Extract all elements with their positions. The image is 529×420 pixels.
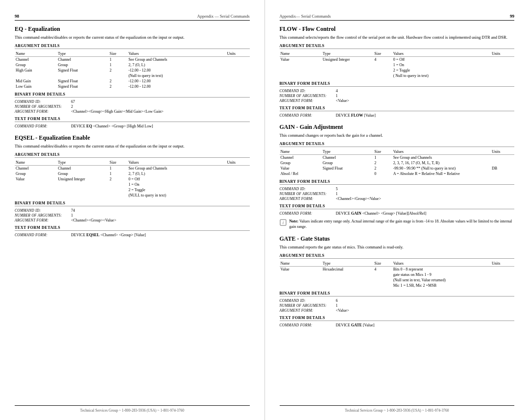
th-name: Name (280, 261, 322, 267)
gain-title: GAIN - Gain Adjustment (280, 124, 515, 131)
th-values: Values (392, 51, 491, 57)
left-page-number: 98 (15, 14, 19, 19)
flow-text-label: TEXT FORM DETAILS (280, 106, 515, 111)
field-row: Number of Arguments: 2 (15, 104, 250, 109)
gate-text-form: Command Form: DEVICE GATE [Value] (280, 323, 515, 327)
th-size: Size (109, 51, 127, 57)
table-row: 1 = On (15, 182, 250, 187)
th-size: Size (373, 51, 392, 57)
eqsel-section: EQSEL - Equalization Enable This command… (15, 134, 250, 237)
field-row: Number of Arguments: 1 (280, 192, 515, 196)
right-page-footer: Technical Services Group ~ 1-800-283-593… (280, 405, 515, 413)
note-text: Note: Values indicate entry range only. … (289, 219, 515, 229)
th-type: Type (322, 51, 373, 57)
field-row: Command ID: 4 (280, 89, 515, 93)
field-row: Command ID: 5 (280, 187, 515, 191)
field-row: Argument Form: <Value> (280, 308, 515, 313)
table-row: ValueUnsigned Integer40 = Off (280, 56, 515, 62)
field-row: Command Form: DEVICE FLOW [Value] (280, 113, 515, 118)
gate-binary-label: BINARY FORM DETAILS (280, 291, 515, 296)
table-row: Low GainSigned Float2-12.00 - 12.00 (15, 84, 250, 89)
eq-text-label: TEXT FORM DETAILS (15, 117, 250, 122)
field-row: Command Form: DEVICE EQSEL <Channel> <Gr… (15, 233, 250, 237)
table-row: 2 = Toggle (280, 68, 515, 73)
eqsel-table: Name Type Size Values Units ChannelChann… (15, 160, 250, 198)
flow-arg-label: ARGUMENT DETAILS (280, 44, 515, 49)
field-row: Argument Form: <Channel><Group><Value> (280, 197, 515, 201)
th-units: Units (226, 160, 250, 166)
table-row: GroupGroup12, 7 (O, L) (15, 62, 250, 68)
field-row: Command ID: 74 (15, 208, 250, 213)
field-row: Argument Form: <Value> (280, 99, 515, 103)
left-page-header-title: Appendix — Serial Commands (197, 14, 250, 19)
field-row: Command ID: 6 (280, 298, 515, 303)
table-row: ValueUnsigned Integer20 = Off (15, 176, 250, 182)
th-values: Values (392, 149, 491, 155)
gain-text-label: TEXT FORM DETAILS (280, 204, 515, 209)
right-page-number: 99 (510, 14, 514, 19)
svg-text:i: i (282, 220, 284, 225)
table-row: gate status on Mics 1 - 9 (280, 272, 515, 277)
gate-desc: This command reports the gate status of … (280, 245, 515, 250)
table-row: ValueSigned Float2-99.90 - 99.90 ** (Nul… (280, 166, 515, 171)
eqsel-arg-label: ARGUMENT DETAILS (15, 152, 250, 158)
left-page: 98 Appendix — Serial Commands EQ - Equal… (0, 0, 265, 420)
table-row: ChannelChannel1See Group and Channels (280, 154, 515, 160)
table-row: 2 = Toggle (15, 187, 250, 193)
table-row: Mid GainSigned Float2-12.00 - 12.00 (15, 78, 250, 84)
flow-binary-form: Command ID: 4 Number of Arguments: 1 Arg… (280, 89, 515, 103)
field-row: Number of Arguments: 1 (280, 303, 515, 308)
eqsel-text-label: TEXT FORM DETAILS (15, 225, 250, 231)
eqsel-binary-form: Command ID: 74 Number of Arguments: 1 Ar… (15, 208, 250, 222)
th-name: Name (15, 51, 57, 57)
gate-table: Name Type Size Values Units ValueHexadec… (280, 261, 515, 288)
field-row: Command ID: 67 (15, 99, 250, 104)
left-page-header: 98 Appendix — Serial Commands (15, 14, 250, 21)
eqsel-text-form: Command Form: DEVICE EQSEL <Channel> <Gr… (15, 233, 250, 237)
field-row: Command Form: DEVICE EQ <Channel> <Group… (15, 124, 250, 128)
th-units: Units (491, 149, 514, 155)
flow-binary-label: BINARY FORM DETAILS (280, 81, 515, 87)
flow-section: FLOW - Flow Control This command selects… (280, 25, 515, 118)
flow-desc: This command selects/reports the flow co… (280, 35, 515, 41)
th-name: Name (280, 149, 322, 155)
th-values: Values (392, 261, 491, 267)
gate-section: GATE - Gate Status This command reports … (280, 235, 515, 327)
flow-text-form: Command Form: DEVICE FLOW [Value] (280, 113, 515, 118)
th-values: Values (127, 160, 226, 166)
field-row: Number of Arguments: 1 (280, 94, 515, 98)
gain-table: Name Type Size Values Units ChannelChann… (280, 149, 515, 176)
flow-table: Name Type Size Values Units ValueUnsigne… (280, 51, 515, 78)
th-size: Size (109, 160, 127, 166)
th-name: Name (280, 51, 322, 57)
gain-section: GAIN - Gain Adjustment This command chan… (280, 124, 515, 229)
table-row: ( Null to query in text) (280, 73, 515, 78)
gain-text-form: Command Form: DEVICE GAIN <Channel> <Gro… (280, 211, 515, 216)
table-row: Mic 1 = LSB, Mic 2 =MSB (280, 283, 515, 288)
eq-title: EQ - Equalization (15, 25, 250, 33)
eq-binary-label: BINARY FORM DETAILS (15, 92, 250, 98)
field-row: Command Form: DEVICE GAIN <Channel> <Gro… (280, 211, 515, 216)
table-row: ValueHexadecimal4Bits 0 - 8 represent (280, 267, 515, 272)
th-units: Units (226, 51, 250, 57)
flow-title: FLOW - Flow Control (280, 25, 515, 33)
eq-section: EQ - Equalization This command enables/d… (15, 25, 250, 128)
right-page-header-title: Appendix— Serial Commands (280, 14, 331, 19)
table-row: 1 = On (280, 62, 515, 68)
table-row: ChannelChannel1See Group and Channels (15, 56, 250, 62)
gain-binary-label: BINARY FORM DETAILS (280, 179, 515, 185)
eq-text-form: Command Form: DEVICE EQ <Channel> <Group… (15, 124, 250, 128)
table-row: (Null sent in text, Value returned) (280, 277, 515, 283)
eq-table: Name Type Size Values Units ChannelChann… (15, 51, 250, 89)
eq-binary-form: Command ID: 67 Number of Arguments: 2 Ar… (15, 99, 250, 114)
table-row: GroupGroup12, 7 (O, L) (15, 171, 250, 176)
th-size: Size (373, 149, 392, 155)
table-row: GroupGroup22, 3, 7, 16, 17 (O, M, L, T, … (280, 160, 515, 166)
field-row: Argument Form: <Channel><Group><Value> (15, 218, 250, 222)
gate-text-label: TEXT FORM DETAILS (280, 316, 515, 321)
left-page-footer: Technical Services Group ~ 1-800-283-593… (15, 405, 250, 413)
gain-binary-form: Command ID: 5 Number of Arguments: 1 Arg… (280, 187, 515, 201)
th-units: Units (491, 261, 514, 267)
gain-desc: This command changes or reports back the… (280, 133, 515, 139)
right-page-header: Appendix— Serial Commands 99 (280, 14, 515, 21)
